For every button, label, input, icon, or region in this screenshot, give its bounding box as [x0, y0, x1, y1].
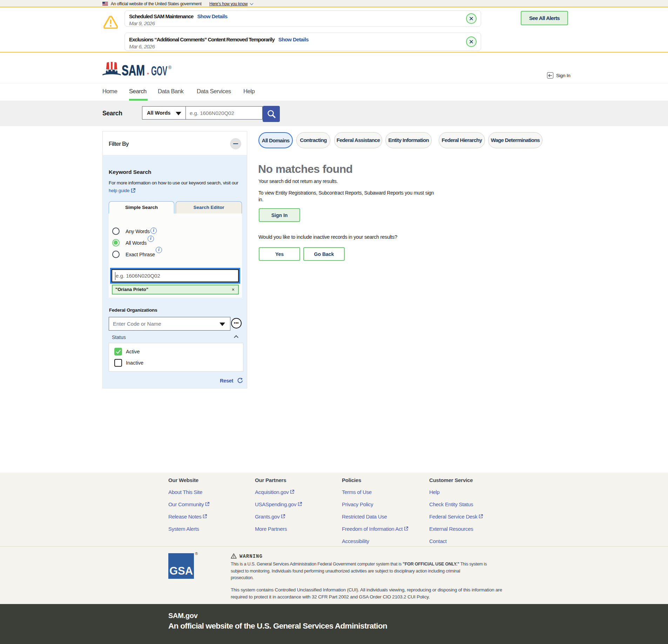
svg-text:SAM: SAM: [122, 62, 145, 78]
svg-text:®: ®: [168, 65, 171, 70]
svg-text:GOV: GOV: [151, 64, 167, 78]
